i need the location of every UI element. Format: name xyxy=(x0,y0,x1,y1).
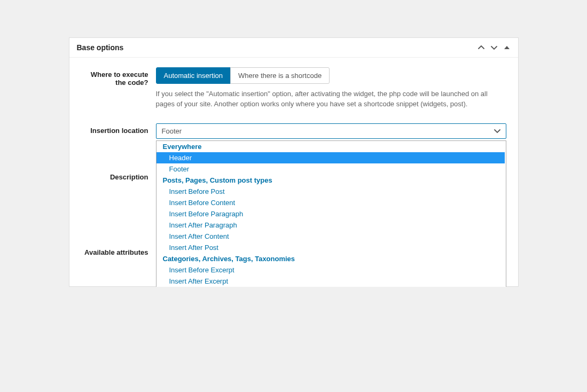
move-down-icon[interactable] xyxy=(490,44,498,51)
dropdown-item[interactable]: Insert After Excerpt xyxy=(156,276,505,287)
dropdown-item[interactable]: Insert After Post xyxy=(156,242,505,253)
dropdown-group: Everywhere xyxy=(156,141,505,152)
help-text-execute: If you select the "Automatic insertion" … xyxy=(156,89,506,109)
panel-body: Where to execute the code? Automatic ins… xyxy=(69,58,518,286)
dropdown-item[interactable]: Footer xyxy=(156,163,505,175)
label-location: Insertion location xyxy=(81,123,156,139)
panel-header: Base options xyxy=(69,38,518,58)
insertion-location-select[interactable]: Footer xyxy=(156,123,506,139)
dropdown-group: Posts, Pages, Custom post types xyxy=(156,175,505,186)
panel-title: Base options xyxy=(77,43,124,52)
base-options-panel: Base options Where to execute the code? … xyxy=(69,37,519,287)
dropdown-item[interactable]: Insert Before Content xyxy=(156,197,505,208)
dropdown-item[interactable]: Insert Before Excerpt xyxy=(156,264,505,276)
location-dropdown: EverywhereHeaderFooterPosts, Pages, Cust… xyxy=(156,140,506,287)
collapse-icon[interactable] xyxy=(503,44,511,51)
panel-controls xyxy=(478,44,511,51)
label-execute: Where to execute the code? xyxy=(81,67,156,109)
dropdown-item[interactable]: Insert After Paragraph xyxy=(156,219,505,231)
btn-shortcode[interactable]: Where there is a shortcode xyxy=(230,67,330,84)
dropdown-list[interactable]: EverywhereHeaderFooterPosts, Pages, Cust… xyxy=(156,141,506,287)
label-attributes: Available attributes xyxy=(81,245,156,256)
dropdown-item[interactable]: Insert After Content xyxy=(156,231,505,242)
dropdown-item[interactable]: Header xyxy=(156,152,505,163)
execute-button-group: Automatic insertion Where there is a sho… xyxy=(156,67,330,84)
btn-automatic-insertion[interactable]: Automatic insertion xyxy=(156,67,231,84)
row-execute: Where to execute the code? Automatic ins… xyxy=(81,67,506,109)
move-up-icon[interactable] xyxy=(478,44,485,51)
dropdown-item[interactable]: Insert Before Paragraph xyxy=(156,208,505,219)
row-location: Insertion location Footer EverywhereHead… xyxy=(81,123,506,139)
dropdown-group: Categories, Archives, Tags, Taxonomies xyxy=(156,253,505,264)
select-value: Footer xyxy=(162,127,182,135)
chevron-down-icon xyxy=(494,128,500,134)
dropdown-item[interactable]: Insert Before Post xyxy=(156,186,505,197)
label-description: Description xyxy=(81,170,156,181)
